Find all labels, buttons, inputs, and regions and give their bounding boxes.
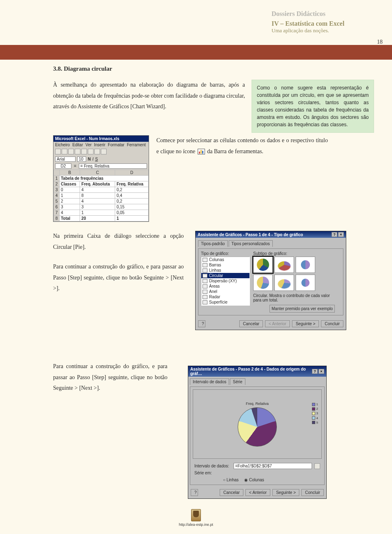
help-icon[interactable]: ? bbox=[332, 232, 337, 237]
type-colunas[interactable]: Colunas bbox=[201, 257, 249, 262]
cell[interactable]: 4 bbox=[60, 210, 80, 216]
cell[interactable]: 1 bbox=[80, 210, 115, 216]
cell[interactable]: Freq. Absoluta bbox=[80, 181, 115, 187]
chart-wizard-icon[interactable] bbox=[198, 149, 205, 154]
menu-item[interactable]: Ver bbox=[85, 143, 91, 147]
cell[interactable]: Total bbox=[60, 216, 80, 221]
text-part-b: da Barra de ferramentas. bbox=[207, 148, 263, 154]
menu-item[interactable]: Formatar bbox=[108, 143, 125, 147]
row-header[interactable]: 3 bbox=[54, 187, 60, 193]
menu-item[interactable]: Ferrament bbox=[127, 143, 146, 147]
type-dispersao[interactable]: Dispersão (XY) bbox=[201, 278, 249, 284]
excel-menubar: Eicheiro Editar Ver Inserir Formatar Fer… bbox=[53, 142, 149, 148]
copy-icon[interactable] bbox=[88, 149, 94, 154]
cell[interactable]: 1 bbox=[60, 193, 80, 199]
formula-value[interactable]: = Freq. Relativa bbox=[79, 163, 147, 169]
new-icon[interactable] bbox=[55, 149, 61, 154]
cell[interactable]: 3 bbox=[80, 204, 115, 210]
subtype-exploded-pie[interactable] bbox=[253, 275, 273, 291]
next-button[interactable]: Seguinte > bbox=[292, 320, 319, 327]
finish-button[interactable]: Concluir bbox=[321, 320, 343, 327]
back-button[interactable]: < Anterior bbox=[245, 489, 270, 496]
italic-icon[interactable]: I bbox=[92, 157, 94, 161]
cell[interactable]: 20 bbox=[80, 216, 115, 221]
cell[interactable]: 8 bbox=[80, 193, 115, 199]
row-header[interactable]: 1 bbox=[54, 176, 60, 181]
type-barras[interactable]: Barras bbox=[201, 262, 249, 268]
help-button[interactable]: ? bbox=[191, 489, 198, 496]
underline-icon[interactable]: S bbox=[95, 157, 98, 161]
next-button[interactable]: Seguinte > bbox=[272, 489, 299, 496]
fontsize-select[interactable]: 10 bbox=[77, 156, 86, 162]
cell-reference[interactable]: D2 bbox=[55, 163, 71, 169]
save-icon[interactable] bbox=[68, 149, 74, 154]
subtype-pie-3d[interactable] bbox=[274, 257, 294, 273]
type-linhas[interactable]: Linhas bbox=[201, 268, 249, 273]
row-header[interactable]: 7 bbox=[54, 210, 60, 216]
col-header[interactable]: C bbox=[80, 170, 115, 176]
print-icon[interactable] bbox=[75, 149, 80, 154]
help-icon[interactable]: ? bbox=[312, 369, 318, 374]
col-header[interactable]: B bbox=[60, 170, 80, 176]
finish-button[interactable]: Concluir bbox=[301, 489, 324, 496]
cut-icon[interactable] bbox=[81, 149, 87, 154]
help-button[interactable]: ? bbox=[198, 320, 205, 327]
type-radar[interactable]: Radar bbox=[201, 294, 249, 299]
chart-type-list[interactable]: Colunas Barras Linhas Circular Dispersão… bbox=[201, 257, 250, 306]
preview-button[interactable]: Manter premido para ver exemplo bbox=[270, 305, 335, 313]
cell[interactable]: 4 bbox=[80, 199, 115, 204]
subtype-description: Circular. Mostra o contributo de cada va… bbox=[253, 293, 335, 303]
cell[interactable]: Classes bbox=[60, 181, 80, 187]
close-icon[interactable]: × bbox=[338, 232, 344, 237]
corner-header[interactable] bbox=[54, 170, 60, 176]
cell[interactable]: 1 bbox=[115, 216, 149, 221]
subtype-bar-of-pie[interactable] bbox=[296, 275, 315, 291]
cell[interactable]: 0,15 bbox=[115, 204, 149, 210]
cancel-button[interactable]: Cancelar bbox=[220, 489, 243, 496]
radio-cols[interactable]: ◉ Colunas bbox=[244, 478, 264, 482]
range-input[interactable]: =Folha1!$D$2:$D$7 bbox=[234, 463, 312, 469]
row-header[interactable]: 2 bbox=[54, 181, 60, 187]
type-areas[interactable]: Áreas bbox=[201, 284, 249, 289]
tab-custom[interactable]: Tipos personalizados bbox=[229, 240, 273, 247]
col-header[interactable]: D bbox=[115, 170, 149, 176]
subtype-pie-2d[interactable] bbox=[253, 257, 273, 273]
area-icon bbox=[203, 284, 207, 288]
menu-item[interactable]: Editar bbox=[72, 143, 83, 147]
cell[interactable]: 4 bbox=[80, 187, 115, 193]
cell[interactable]: 3 bbox=[60, 204, 80, 210]
menu-item[interactable]: Eicheiro bbox=[55, 143, 70, 147]
row-header[interactable]: 4 bbox=[54, 193, 60, 199]
type-bolhas[interactable]: Bolhas bbox=[201, 305, 249, 306]
menu-item[interactable]: Inserir bbox=[94, 143, 105, 147]
pie-icon bbox=[203, 274, 207, 278]
cell[interactable]: 0,05 bbox=[115, 210, 149, 216]
cell[interactable]: 0,2 bbox=[115, 187, 149, 193]
type-circular[interactable]: Circular bbox=[201, 273, 249, 278]
tab-standard[interactable]: Tipos-padrão bbox=[198, 240, 228, 247]
subtype-pie-of-pie[interactable] bbox=[296, 257, 315, 273]
row-header[interactable]: 5 bbox=[54, 199, 60, 204]
subtype-exploded-3d[interactable] bbox=[274, 275, 294, 291]
tab-data-range[interactable]: Intervalo de dados bbox=[190, 378, 229, 385]
cancel-button[interactable]: Cancelar bbox=[239, 320, 263, 327]
cell[interactable]: 0,2 bbox=[115, 199, 149, 204]
cell[interactable]: 0,4 bbox=[115, 193, 149, 199]
type-superficie[interactable]: Superfície bbox=[201, 299, 249, 305]
row-header[interactable]: 6 bbox=[54, 204, 60, 210]
radio-rows[interactable]: ○ Linhas bbox=[223, 478, 238, 482]
cell[interactable]: 2 bbox=[60, 199, 80, 204]
row-header[interactable]: 8 bbox=[54, 216, 60, 221]
undo-icon[interactable] bbox=[101, 149, 107, 154]
font-select[interactable]: Arial bbox=[55, 156, 76, 162]
cell[interactable]: Freq. Relativa bbox=[115, 181, 149, 187]
cell[interactable]: 0 bbox=[60, 187, 80, 193]
tab-series[interactable]: Série bbox=[230, 378, 245, 385]
cell[interactable]: Tabela de frequências bbox=[60, 176, 149, 181]
paste-icon[interactable] bbox=[94, 149, 100, 154]
range-picker-icon[interactable] bbox=[314, 463, 320, 469]
type-anel[interactable]: Anel bbox=[201, 289, 249, 294]
open-icon[interactable] bbox=[62, 149, 67, 154]
close-icon[interactable]: × bbox=[318, 369, 324, 374]
bold-icon[interactable]: N bbox=[88, 157, 91, 161]
